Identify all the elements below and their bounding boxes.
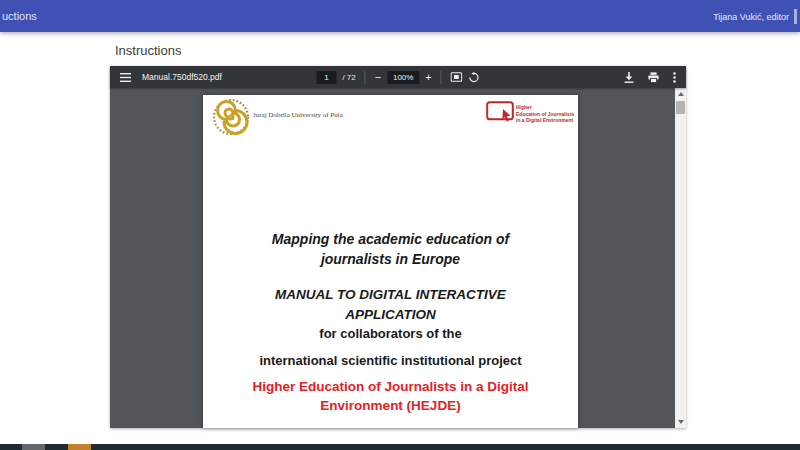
hejde-cursor-icon: [486, 101, 514, 124]
taskbar-item-orange[interactable]: [68, 444, 91, 450]
user-menu-label[interactable]: Tijana Vukić, editor: [713, 12, 789, 22]
hamburger-icon: [120, 73, 131, 82]
scroll-down-icon: [678, 420, 684, 424]
pdf-page: Juraj Dobrila University of Pula Higher …: [203, 95, 578, 428]
document-title-line: journalists in Europe: [203, 249, 578, 269]
print-button[interactable]: [648, 72, 659, 83]
toolbar-separator: [365, 71, 366, 84]
document-project-line: international scientific institutional p…: [203, 353, 578, 368]
fit-page-button[interactable]: [451, 72, 463, 82]
header-divider: [794, 9, 797, 24]
scroll-up-button[interactable]: [675, 88, 686, 100]
pdf-scrollbar[interactable]: [675, 88, 686, 428]
more-options-button[interactable]: [673, 72, 676, 83]
fit-page-icon: [451, 72, 463, 82]
rotate-button[interactable]: [469, 72, 480, 83]
print-icon: [648, 72, 659, 83]
hejde-caption-line: Education of Journalists: [516, 111, 574, 117]
document-subtitle-line: MANUAL TO DIGITAL INTERACTIVE: [203, 285, 578, 305]
document-collaborators-line: for collaborators of the: [203, 326, 578, 341]
taskbar: [0, 444, 800, 450]
rotate-icon: [469, 72, 480, 83]
scroll-up-icon: [678, 92, 684, 96]
hejde-caption-line: Higher: [516, 104, 532, 110]
hejde-logo: [486, 101, 514, 128]
kebab-menu-icon: [673, 72, 676, 83]
toolbar-separator: [441, 71, 442, 84]
document-title: Mapping the academic education of journa…: [203, 229, 578, 269]
app-header: uctions Tijana Vukić, editor: [0, 0, 800, 32]
document-project-name-line: Environment (HEJDE): [203, 396, 578, 415]
pdf-toolbar: Manual.750df520.pdf 1 / 72 − 100% +: [110, 66, 686, 88]
zoom-level-value: 100%: [387, 71, 419, 84]
document-project-name: Higher Education of Journalists in a Dig…: [203, 377, 578, 415]
page-title: Instructions: [115, 43, 181, 58]
page-total-label: / 72: [342, 73, 355, 82]
hejde-caption-line: in a Digital Environment: [516, 117, 573, 123]
university-spiral-logo: [212, 98, 250, 140]
zoom-in-button[interactable]: +: [425, 72, 431, 83]
menu-icon[interactable]: [120, 73, 131, 82]
page-number-input[interactable]: 1: [316, 71, 336, 84]
university-name-label: Juraj Dobrila University of Pula: [253, 111, 343, 119]
document-subtitle: MANUAL TO DIGITAL INTERACTIVE APPLICATIO…: [203, 285, 578, 325]
nav-item-instructions[interactable]: uctions: [2, 10, 37, 22]
scrollbar-thumb[interactable]: [676, 101, 685, 114]
document-project-name-line: Higher Education of Journalists in a Dig…: [203, 377, 578, 396]
document-title-line: Mapping the academic education of: [203, 229, 578, 249]
zoom-out-button[interactable]: −: [375, 72, 381, 83]
download-button[interactable]: [624, 72, 634, 83]
pdf-viewer: Manual.750df520.pdf 1 / 72 − 100% +: [110, 66, 686, 428]
hejde-logo-caption: Higher Education of Journalists in a Dig…: [516, 104, 574, 124]
download-icon: [624, 72, 634, 83]
spiral-icon: [212, 98, 250, 136]
document-subtitle-line: APPLICATION: [203, 305, 578, 325]
scroll-down-button[interactable]: [675, 416, 686, 428]
taskbar-item-gray[interactable]: [22, 444, 45, 450]
pdf-filename: Manual.750df520.pdf: [142, 72, 222, 82]
